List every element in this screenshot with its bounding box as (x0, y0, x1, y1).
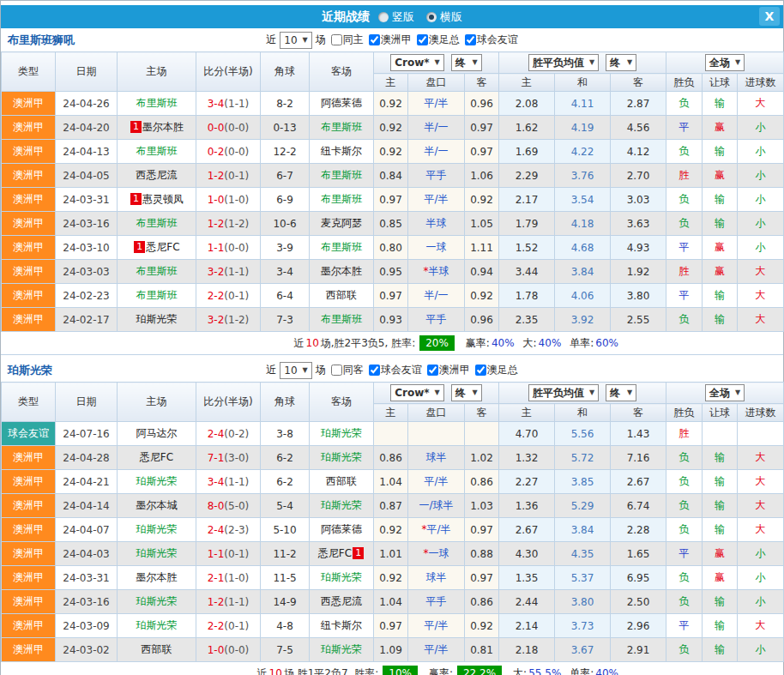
filter-checkbox-item[interactable]: 澳洲甲 (427, 363, 470, 377)
odds-select-group: 胜平负均值▼终▼ (500, 384, 665, 401)
filter-checkbox-item[interactable]: 球会友谊 (369, 363, 422, 377)
filter-checkbox[interactable] (465, 34, 476, 45)
filter-checkbox-item[interactable]: 球会友谊 (465, 33, 518, 47)
cell-date: 24-02-23 (56, 284, 118, 308)
odds-company-select[interactable]: 终▼ (606, 54, 636, 71)
radio-vertical-layout[interactable]: 竖版 (378, 9, 414, 25)
match-count-select[interactable]: 10▼ (280, 32, 311, 49)
cell-handicap-result: 输 (703, 590, 738, 614)
full-score: 1-0 (208, 194, 225, 206)
cell-result: 胜 (666, 260, 703, 284)
cell-handicap-result: 输 (703, 308, 738, 332)
filter-checkbox-label: 同客 (343, 363, 364, 377)
full-score: 3-4 (208, 98, 225, 110)
filter-checkbox[interactable] (369, 34, 380, 45)
away-team-name: 布里斯班 (321, 193, 362, 205)
cell-1x2-odds: 1.69 (499, 140, 555, 164)
filter-checkbox-label: 澳洲甲 (439, 363, 470, 377)
cell-1x2-odds: 1.92 (611, 260, 666, 284)
filter-checkbox[interactable] (417, 34, 428, 45)
odds-company-select[interactable]: Crow*▼ (390, 384, 444, 401)
full-score: 1-2 (208, 596, 225, 608)
table-row: 澳洲甲24-03-31墨尔本胜2-1(1-0)11-5珀斯光荣0.92球半0.9… (2, 566, 784, 590)
odds-group-header: 全场▼ (666, 52, 784, 74)
sub-column-header: 客 (611, 74, 666, 92)
odds-company-select[interactable]: 胜平负均值▼ (528, 54, 599, 71)
odds-company-select-value: 终 (610, 55, 620, 70)
sub-column-header: 和 (555, 404, 611, 422)
close-button[interactable]: X (759, 7, 780, 26)
filter-checkbox-item[interactable]: 澳足总 (417, 33, 460, 47)
filter-checkbox-item[interactable]: 澳足总 (475, 363, 518, 377)
odds-company-select[interactable]: 全场▼ (705, 384, 745, 401)
cell-date: 24-04-20 (56, 116, 118, 140)
home-team-name: 布里斯班 (136, 217, 178, 229)
table-row: 澳洲甲24-03-16布里斯班1-2(1-2)10-6麦克阿瑟0.85半球1.0… (2, 212, 784, 236)
odds-company-select[interactable]: Crow*▼ (390, 54, 444, 71)
cell-home-team: 1墨尔本胜 (118, 116, 196, 140)
cell-handicap-home-odds: 0.92 (374, 116, 408, 140)
cell-handicap-away-odds: 0.97 (465, 566, 499, 590)
away-team-name: 麦克阿瑟 (321, 217, 362, 229)
match-count-select[interactable]: 10▼ (280, 362, 311, 379)
column-header: 日期 (56, 52, 118, 92)
cell-1x2-odds: 1.65 (611, 542, 666, 566)
cell-1x2-odds: 2.08 (499, 92, 555, 116)
chevron-down-icon: ▼ (627, 385, 632, 401)
filter-checkbox-item[interactable]: 同主 (331, 33, 364, 47)
half-score: (1-1) (224, 266, 249, 278)
filter-checkbox[interactable] (331, 34, 342, 45)
cell-corners: 5-4 (261, 494, 310, 518)
cell-corners: 7-5 (261, 638, 310, 662)
cell-goals-result: 大 (738, 494, 784, 518)
odds-company-select[interactable]: 终▼ (451, 54, 482, 71)
cell-corners: 3-8 (261, 422, 310, 446)
odds-company-select[interactable]: 终▼ (451, 384, 482, 401)
radio-horizontal-layout[interactable]: 横版 (426, 9, 462, 25)
cell-handicap-line: 平/半 (408, 188, 465, 212)
cell-handicap-home-odds: 0.84 (374, 164, 408, 188)
cell-handicap-line: 平手 (408, 308, 465, 332)
odds-group-header: Crow*▼终▼ (374, 383, 499, 404)
handicap-name: 半/一 (424, 145, 448, 157)
chevron-down-icon: ▼ (435, 385, 440, 401)
column-header: 类型 (2, 383, 56, 422)
cell-goals-result: 小 (738, 566, 784, 590)
table-row: 澳洲甲24-04-28悉尼FC7-1(3-0)6-2珀斯光荣0.86球半1.02… (2, 446, 784, 470)
cell-date: 24-04-26 (56, 92, 118, 116)
cell-handicap-away-odds: 0.92 (465, 188, 499, 212)
filter-checkbox[interactable] (369, 365, 380, 376)
filter-checkbox-label: 澳足总 (429, 33, 460, 47)
cell-handicap-result: 输 (703, 188, 738, 212)
cell-1x2-odds: 2.87 (611, 92, 666, 116)
cell-1x2-odds: 4.18 (555, 212, 611, 236)
filter-checkbox-item[interactable]: 澳洲甲 (369, 33, 412, 47)
odds-company-select[interactable]: 终▼ (606, 384, 636, 401)
away-team-name: 珀斯光荣 (321, 571, 362, 583)
sub-column-header: 进球数 (738, 404, 784, 422)
team-name: 布里斯班狮吼 (8, 33, 75, 48)
cell-home-team: 阿马达尔 (118, 422, 196, 446)
cell-home-team: 墨尔本胜 (118, 566, 196, 590)
team-name: 珀斯光荣 (8, 363, 52, 378)
handicap-name: 半球 (429, 265, 449, 277)
cell-handicap-line: 平/半 (408, 638, 465, 662)
cell-away-team: 西部联 (310, 470, 374, 494)
filter-checkbox[interactable] (331, 365, 342, 376)
odds-company-select[interactable]: 全场▼ (705, 54, 745, 71)
cell-score: 1-1(0-1) (196, 542, 261, 566)
cell-match-type: 澳洲甲 (2, 164, 56, 188)
cell-handicap-home-odds: 0.92 (374, 140, 408, 164)
half-score: (0-0) (224, 122, 249, 134)
filter-checkbox-item[interactable]: 同客 (331, 363, 364, 377)
filter-checkbox[interactable] (475, 365, 486, 376)
cell-result: 负 (666, 446, 703, 470)
summary-bar: 近10场,胜2平3负5, 胜率:20%赢率:40%大:40%单率:60% (1, 332, 783, 355)
cell-handicap-away-odds: 1.05 (465, 212, 499, 236)
cell-home-team: 悉尼FC (118, 446, 196, 470)
cell-handicap-away-odds: 0.92 (465, 284, 499, 308)
odds-company-select[interactable]: 胜平负均值▼ (528, 384, 599, 401)
filter-checkbox[interactable] (427, 365, 438, 376)
cell-handicap-result: 输 (703, 494, 738, 518)
cell-corners: 11-5 (261, 566, 310, 590)
